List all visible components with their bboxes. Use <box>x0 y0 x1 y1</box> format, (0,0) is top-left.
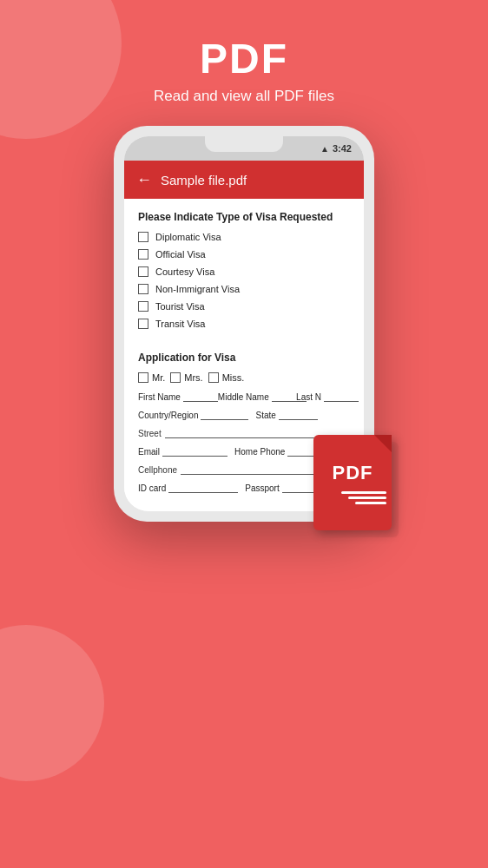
middle-name-group: Middle Name <box>218 390 289 402</box>
title-mr-label: Mr. <box>152 372 165 383</box>
visa-option-transit: Transit Visa <box>138 319 350 329</box>
application-section-title: Application for Visa <box>138 352 350 364</box>
checkbox-diplomatic[interactable] <box>138 232 148 242</box>
home-phone-label: Home Phone <box>234 447 285 457</box>
bg-blob-bottom-left <box>0 625 104 781</box>
checkbox-tourist[interactable] <box>138 301 148 312</box>
top-section: PDF Read and view all PDF files <box>154 0 334 126</box>
title-mrs-label: Mrs. <box>184 372 202 383</box>
state-label: State <box>255 411 275 420</box>
visa-section-title: Please Indicate Type of Visa Requested <box>138 211 350 223</box>
middle-name-label: Middle Name <box>218 392 269 402</box>
status-time: ▲ 3:42 <box>320 143 352 154</box>
email-line[interactable] <box>162 444 228 457</box>
first-name-group: First Name <box>138 390 211 402</box>
checkbox-courtesy[interactable] <box>138 266 148 277</box>
checkbox-miss[interactable] <box>208 372 219 383</box>
title-miss: Miss. <box>208 372 245 383</box>
app-header: ← Sample file.pdf <box>124 161 364 199</box>
pdf-icon-overlay: PDF <box>313 435 392 530</box>
visa-label-diplomatic: Diplomatic Visa <box>155 232 221 242</box>
phone-notch <box>205 136 283 152</box>
visa-option-diplomatic: Diplomatic Visa <box>138 232 350 242</box>
visa-option-tourist: Tourist Visa <box>138 301 350 312</box>
title-miss-label: Miss. <box>222 372 245 383</box>
form-row-name: First Name Middle Name Last N <box>138 390 350 402</box>
cellphone-label: Cellphone <box>138 465 177 475</box>
bg-blob-top-left <box>0 0 122 139</box>
checkbox-transit[interactable] <box>138 319 148 329</box>
checkbox-non-immigrant[interactable] <box>138 284 148 294</box>
form-row-country: Country/Region State <box>138 408 350 420</box>
visa-label-non-immigrant: Non-Immigrant Visa <box>155 284 240 294</box>
title-mrs: Mrs. <box>170 372 202 383</box>
country-label: Country/Region <box>138 411 198 420</box>
passport-line[interactable] <box>282 481 317 493</box>
visa-label-tourist: Tourist Visa <box>155 301 205 312</box>
visa-option-official: Official Visa <box>138 249 350 260</box>
pdf-icon-line-1 <box>341 491 386 494</box>
email-label: Email <box>138 447 160 457</box>
first-name-line[interactable] <box>183 390 218 402</box>
email-group: Email <box>138 444 228 457</box>
app-subtitle: Read and view all PDF files <box>154 88 334 105</box>
visa-option-courtesy: Courtesy Visa <box>138 266 350 277</box>
passport-label: Passport <box>245 483 279 493</box>
last-name-label: Last N <box>296 392 321 402</box>
pdf-icon-text: PDF <box>333 462 373 484</box>
country-line[interactable] <box>201 408 248 420</box>
pdf-icon-lines <box>313 491 392 504</box>
visa-label-official: Official Visa <box>155 249 206 260</box>
title-options: Mr. Mrs. Miss. <box>138 372 350 383</box>
last-name-line[interactable] <box>324 390 359 402</box>
visa-label-courtesy: Courtesy Visa <box>155 266 214 277</box>
checkbox-official[interactable] <box>138 249 148 260</box>
app-title: PDF <box>154 35 334 82</box>
state-group: State <box>255 408 317 420</box>
pdf-icon-line-3 <box>355 502 386 504</box>
street-label: Street <box>138 429 162 438</box>
passport-group: Passport <box>245 481 316 493</box>
home-phone-group: Home Phone <box>234 444 322 457</box>
checkbox-mrs[interactable] <box>170 372 181 383</box>
visa-option-non-immigrant: Non-Immigrant Visa <box>138 284 350 294</box>
id-card-group: ID card <box>138 481 238 493</box>
visa-label-transit: Transit Visa <box>155 319 205 329</box>
section-divider <box>138 336 350 352</box>
checkbox-mr[interactable] <box>138 372 148 383</box>
phone-status-bar: ▲ 3:42 <box>124 136 364 161</box>
id-card-line[interactable] <box>168 481 238 493</box>
pdf-icon-line-2 <box>348 496 386 499</box>
title-mr: Mr. <box>138 372 165 383</box>
last-name-group: Last N <box>296 390 350 402</box>
back-arrow-icon[interactable]: ← <box>136 171 152 189</box>
phone-mockup: ▲ 3:42 ← Sample file.pdf Please Indicate… <box>114 126 374 522</box>
id-card-label: ID card <box>138 483 166 493</box>
signal-icon: ▲ <box>320 144 329 154</box>
first-name-label: First Name <box>138 392 181 402</box>
state-line[interactable] <box>279 408 318 420</box>
country-group: Country/Region <box>138 408 248 420</box>
pdf-icon: PDF <box>313 435 392 530</box>
file-name-label: Sample file.pdf <box>161 173 247 187</box>
